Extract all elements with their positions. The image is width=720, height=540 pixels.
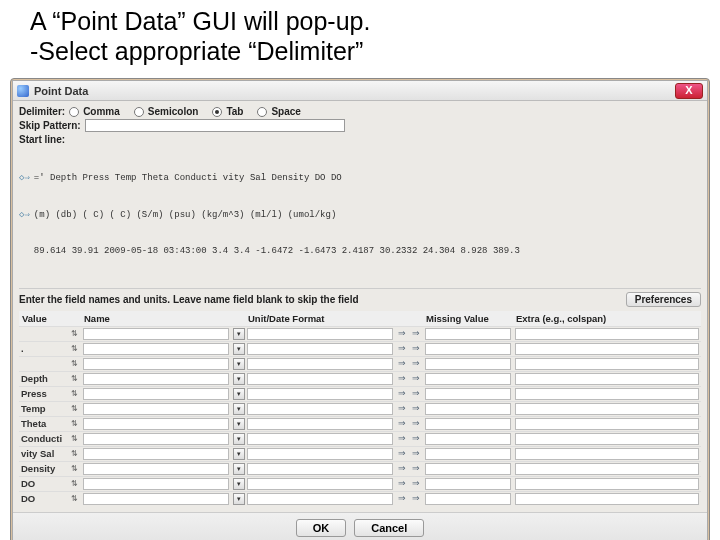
name-input[interactable]: [83, 448, 229, 460]
unit-input[interactable]: [247, 478, 393, 490]
name-input[interactable]: [83, 388, 229, 400]
hand-icon[interactable]: ⇒: [411, 479, 421, 489]
name-dropdown[interactable]: ▾: [233, 343, 245, 355]
unit-input[interactable]: [247, 403, 393, 415]
hand-icon[interactable]: ⇒: [397, 464, 407, 474]
unit-input[interactable]: [247, 463, 393, 475]
reorder-icon[interactable]: ⇅: [67, 449, 81, 458]
name-input[interactable]: [83, 493, 229, 505]
hand-icon[interactable]: ⇒: [397, 329, 407, 339]
hand-icon[interactable]: ⇒: [397, 434, 407, 444]
extra-input[interactable]: [515, 328, 699, 340]
extra-input[interactable]: [515, 373, 699, 385]
name-dropdown[interactable]: ▾: [233, 388, 245, 400]
name-dropdown[interactable]: ▾: [233, 403, 245, 415]
hand-icon[interactable]: ⇒: [411, 449, 421, 459]
reorder-icon[interactable]: ⇅: [67, 359, 81, 368]
hand-icon[interactable]: ⇒: [411, 434, 421, 444]
hand-icon[interactable]: ⇒: [397, 374, 407, 384]
missing-value-input[interactable]: [425, 388, 511, 400]
name-dropdown[interactable]: ▾: [233, 478, 245, 490]
extra-input[interactable]: [515, 358, 699, 370]
ok-button[interactable]: OK: [296, 519, 347, 537]
cancel-button[interactable]: Cancel: [354, 519, 424, 537]
extra-input[interactable]: [515, 478, 699, 490]
skip-pattern-input[interactable]: [85, 119, 345, 132]
reorder-icon[interactable]: ⇅: [67, 494, 81, 503]
missing-value-input[interactable]: [425, 343, 511, 355]
name-dropdown[interactable]: ▾: [233, 493, 245, 505]
missing-value-input[interactable]: [425, 328, 511, 340]
name-input[interactable]: [83, 358, 229, 370]
name-dropdown[interactable]: ▾: [233, 448, 245, 460]
extra-input[interactable]: [515, 388, 699, 400]
missing-value-input[interactable]: [425, 463, 511, 475]
hand-icon[interactable]: ⇒: [397, 479, 407, 489]
extra-input[interactable]: [515, 493, 699, 505]
extra-input[interactable]: [515, 343, 699, 355]
radio-semicolon[interactable]: [134, 107, 144, 117]
name-input[interactable]: [83, 478, 229, 490]
reorder-icon[interactable]: ⇅: [67, 344, 81, 353]
extra-input[interactable]: [515, 448, 699, 460]
unit-input[interactable]: [247, 418, 393, 430]
hand-icon[interactable]: ⇒: [411, 329, 421, 339]
unit-input[interactable]: [247, 388, 393, 400]
hand-icon[interactable]: ⇒: [397, 359, 407, 369]
close-button[interactable]: X: [675, 83, 703, 99]
missing-value-input[interactable]: [425, 418, 511, 430]
hand-icon[interactable]: ⇒: [411, 389, 421, 399]
hand-icon[interactable]: ⇒: [397, 404, 407, 414]
missing-value-input[interactable]: [425, 433, 511, 445]
unit-input[interactable]: [247, 373, 393, 385]
extra-input[interactable]: [515, 418, 699, 430]
name-input[interactable]: [83, 403, 229, 415]
hand-icon[interactable]: ⇒: [397, 494, 407, 504]
unit-input[interactable]: [247, 433, 393, 445]
preferences-button[interactable]: Preferences: [626, 292, 701, 307]
name-dropdown[interactable]: ▾: [233, 328, 245, 340]
name-dropdown[interactable]: ▾: [233, 433, 245, 445]
missing-value-input[interactable]: [425, 478, 511, 490]
extra-input[interactable]: [515, 463, 699, 475]
name-input[interactable]: [83, 433, 229, 445]
name-dropdown[interactable]: ▾: [233, 358, 245, 370]
hand-icon[interactable]: ⇒: [397, 449, 407, 459]
radio-space[interactable]: [257, 107, 267, 117]
hand-icon[interactable]: ⇒: [411, 374, 421, 384]
name-dropdown[interactable]: ▾: [233, 463, 245, 475]
hand-icon[interactable]: ⇒: [397, 419, 407, 429]
reorder-icon[interactable]: ⇅: [67, 374, 81, 383]
reorder-icon[interactable]: ⇅: [67, 434, 81, 443]
hand-icon[interactable]: ⇒: [411, 494, 421, 504]
missing-value-input[interactable]: [425, 373, 511, 385]
unit-input[interactable]: [247, 343, 393, 355]
name-input[interactable]: [83, 373, 229, 385]
reorder-icon[interactable]: ⇅: [67, 479, 81, 488]
unit-input[interactable]: [247, 493, 393, 505]
unit-input[interactable]: [247, 448, 393, 460]
name-dropdown[interactable]: ▾: [233, 373, 245, 385]
hand-icon[interactable]: ⇒: [411, 419, 421, 429]
reorder-icon[interactable]: ⇅: [67, 329, 81, 338]
missing-value-input[interactable]: [425, 358, 511, 370]
hand-icon[interactable]: ⇒: [397, 344, 407, 354]
radio-comma[interactable]: [69, 107, 79, 117]
hand-icon[interactable]: ⇒: [411, 344, 421, 354]
name-input[interactable]: [83, 328, 229, 340]
missing-value-input[interactable]: [425, 493, 511, 505]
missing-value-input[interactable]: [425, 448, 511, 460]
name-input[interactable]: [83, 343, 229, 355]
name-dropdown[interactable]: ▾: [233, 418, 245, 430]
radio-tab[interactable]: [212, 107, 222, 117]
hand-icon[interactable]: ⇒: [411, 404, 421, 414]
unit-input[interactable]: [247, 328, 393, 340]
reorder-icon[interactable]: ⇅: [67, 464, 81, 473]
hand-icon[interactable]: ⇒: [411, 464, 421, 474]
reorder-icon[interactable]: ⇅: [67, 419, 81, 428]
missing-value-input[interactable]: [425, 403, 511, 415]
hand-icon[interactable]: ⇒: [397, 389, 407, 399]
extra-input[interactable]: [515, 403, 699, 415]
reorder-icon[interactable]: ⇅: [67, 404, 81, 413]
name-input[interactable]: [83, 418, 229, 430]
